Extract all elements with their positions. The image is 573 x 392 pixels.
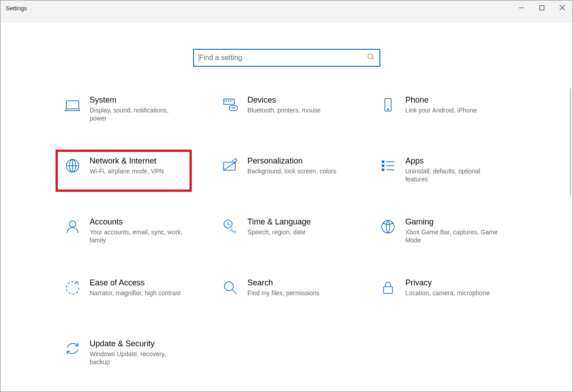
category-desc: Windows Update, recovery, backup [90, 350, 184, 367]
svg-rect-10 [382, 161, 384, 163]
minimize-button[interactable] [511, 0, 531, 15]
system-icon [62, 95, 82, 115]
window-title: Settings [6, 0, 27, 12]
personalization-icon [220, 155, 240, 176]
category-gaming[interactable]: Gaming Xbox Game Bar, captures, Game Mod… [375, 214, 504, 250]
category-desc: Speech, region, date [247, 228, 310, 237]
maximize-icon [539, 5, 544, 10]
category-desc: Wi-Fi, airplane mode, VPN [90, 167, 164, 176]
settings-window: Settings S [0, 0, 573, 392]
category-accounts[interactable]: Accounts Your accounts, email, sync, wor… [59, 214, 189, 250]
category-title: Ease of Access [90, 278, 181, 288]
time-icon: A字 [220, 216, 240, 237]
category-personalization[interactable]: Personalization Background, lock screen,… [216, 153, 346, 189]
category-title: Network & Internet [90, 156, 164, 166]
network-icon [62, 155, 82, 176]
text-caret [198, 53, 199, 63]
search-category-icon [220, 277, 240, 297]
category-privacy[interactable]: Privacy Location, camera, microphone [375, 275, 504, 310]
apps-icon [378, 155, 398, 176]
svg-rect-19 [383, 287, 392, 293]
category-title: Phone [405, 95, 477, 105]
category-title: Privacy [405, 278, 490, 288]
category-title: Devices [247, 95, 320, 105]
category-desc: Bluetooth, printers, mouse [247, 106, 320, 115]
category-update[interactable]: Update & Security Windows Update, recove… [59, 336, 189, 371]
category-title: Apps [405, 156, 500, 166]
privacy-icon [378, 277, 398, 297]
category-desc: Narrator, magnifier, high contrast [90, 289, 181, 297]
category-time[interactable]: A字 Time & Language Speech, region, date [216, 214, 346, 250]
close-icon [560, 5, 565, 10]
minimize-icon [519, 5, 524, 10]
close-button[interactable] [552, 0, 573, 15]
settings-grid: System Display, sound, notifications, po… [59, 92, 514, 371]
category-system[interactable]: System Display, sound, notifications, po… [59, 92, 189, 128]
category-phone[interactable]: Phone Link your Android, iPhone [375, 92, 504, 128]
category-title: Gaming [405, 217, 500, 227]
svg-point-18 [224, 282, 233, 291]
category-desc: Your accounts, email, sync, work, family [90, 228, 184, 245]
gaming-icon [378, 216, 398, 237]
category-desc: Link your Android, iPhone [405, 106, 477, 115]
search-input[interactable] [198, 53, 364, 62]
search-container [0, 49, 573, 67]
category-desc: Uninstall, defaults, optional features [405, 167, 500, 184]
category-ease[interactable]: Ease of Access Narrator, magnifier, high… [59, 275, 189, 310]
category-desc: Background, lock screen, colors [247, 167, 336, 176]
search-icon [367, 53, 375, 63]
maximize-button[interactable] [531, 0, 552, 15]
accounts-icon [62, 216, 82, 237]
titlebar: Settings [0, 0, 573, 23]
search-box[interactable] [193, 49, 380, 67]
category-desc: Xbox Game Bar, captures, Game Mode [405, 228, 500, 245]
svg-point-6 [388, 108, 388, 109]
category-title: Time & Language [247, 217, 310, 227]
category-title: Search [247, 278, 319, 288]
svg-point-13 [69, 221, 76, 227]
svg-rect-2 [66, 101, 79, 109]
svg-point-1 [368, 54, 373, 59]
category-devices[interactable]: Devices Bluetooth, printers, mouse [216, 92, 346, 128]
category-network[interactable]: Network & Internet Wi-Fi, airplane mode,… [59, 153, 189, 189]
category-desc: Location, camera, microphone [405, 289, 490, 297]
svg-point-17 [382, 220, 394, 233]
caption-buttons [511, 0, 573, 15]
category-title: System [90, 95, 184, 105]
category-search[interactable]: Search Find my files, permissions [216, 275, 346, 310]
ease-icon [62, 277, 82, 297]
svg-rect-12 [382, 169, 384, 171]
category-title: Accounts [90, 217, 184, 227]
svg-rect-11 [382, 165, 384, 167]
category-title: Personalization [247, 156, 336, 166]
devices-icon [220, 95, 240, 115]
svg-rect-0 [539, 5, 544, 10]
phone-icon [378, 95, 398, 115]
category-title: Update & Security [90, 339, 184, 349]
category-apps[interactable]: Apps Uninstall, defaults, optional featu… [375, 153, 504, 189]
update-icon [62, 338, 82, 358]
category-desc: Display, sound, notifications, power [90, 106, 184, 123]
category-desc: Find my files, permissions [247, 289, 319, 297]
scrollbar[interactable] [566, 88, 573, 389]
scrollbar-thumb[interactable] [570, 88, 571, 196]
svg-text:字: 字 [233, 230, 237, 234]
